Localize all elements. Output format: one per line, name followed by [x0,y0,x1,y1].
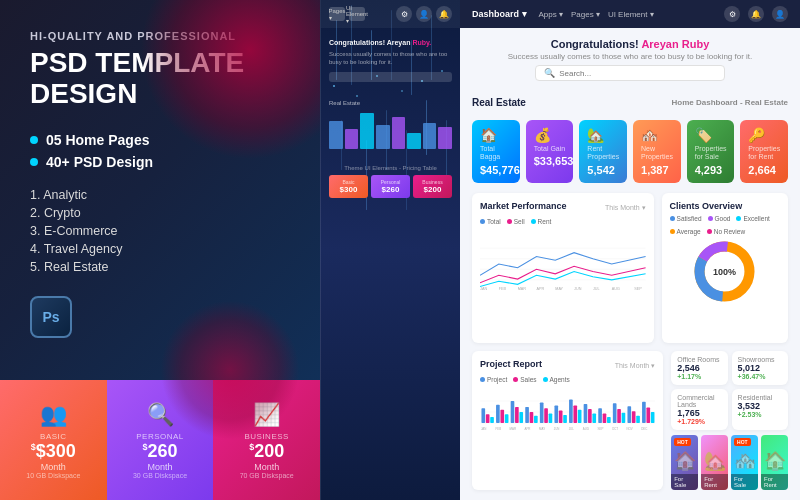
dashboard-avatar[interactable]: 👤 [772,6,788,22]
svg-rect-25 [500,410,504,423]
mini-card-unit-3: Month [254,462,279,472]
project-chart-sub[interactable]: This Month ▾ [615,362,656,370]
mini-card-business: 📈 Business $200 Month 70 GB Diskspace [213,380,320,500]
middle-chart-bars [329,109,452,149]
right-stats: Office Rooms 2,546 +1.17% Showrooms 5,01… [671,351,788,490]
bullet-text-2: 40+ PSD Design [46,154,153,170]
dashboard-brand[interactable]: Dashboard ▾ [472,9,527,19]
m-bar-8 [438,127,452,149]
middle-hero: Congratulations! Areyan Ruby. Success us… [321,28,460,94]
numbered-item-4: 4. Travel Agency [30,242,290,256]
svg-rect-55 [646,408,650,423]
svg-text:MAY: MAY [539,427,545,431]
dashboard-settings-icon[interactable]: ⚙ [724,6,740,22]
mini-card-icon-3: 📈 [253,402,280,428]
charts-row: Market Performance This Month ▾ Total Se… [472,193,788,343]
stat-card-1: 🏠 Total Bagga $45,776 [472,120,520,183]
svg-rect-54 [642,402,646,423]
clients-chart-title: Clients Overview [670,201,780,211]
property-img-1: 🏠 HOT For Sale [671,435,698,490]
pricing-card-business: Business $200 [413,175,452,198]
stat-icon-3: 🏡 [587,127,619,143]
middle-nav-ui[interactable]: UI Element ▾ [349,7,365,21]
mini-card-label-3: Business [244,432,288,441]
search-input[interactable] [559,69,716,78]
clients-legend: Satisfied Good Excellent Average [670,215,780,235]
theme-label: Theme UI Elements - Pricing Table [329,165,452,171]
m-bar-3 [360,113,374,149]
numbered-item-1: 1. Analytic [30,188,290,202]
house-icon-3: 🏘️ [734,449,756,471]
clients-overview-chart: Clients Overview Satisfied Good Excellen… [662,193,788,343]
bottom-property-images: 🏠 HOT For Sale 🏡 For Rent 🏘️ HOT For Sal… [671,435,788,490]
stat-icon-6: 🔑 [748,127,780,143]
legend-rent: Rent [531,218,552,225]
svg-rect-46 [603,413,607,422]
residential-stat: Residential 3,532 +2.53% [732,389,788,430]
left-panel: HI-QUALITY AND PROFESSIONAL PSD TEMPLATE… [0,0,320,500]
mini-card-sub-1: 10 GB Diskspace [26,472,80,479]
mini-card-label-2: Personal [136,432,184,441]
bullet-item-2: 40+ PSD Design [30,154,290,170]
dashboard-bell-icon[interactable]: 🔔 [748,6,764,22]
svg-text:JUN: JUN [554,427,560,431]
legend-total: Total [480,218,501,225]
svg-text:FEB: FEB [499,287,507,291]
svg-rect-26 [505,414,509,423]
showrooms-change: +36.47% [738,373,782,380]
theme-section: Theme UI Elements - Pricing Table Basic … [321,159,460,204]
middle-nav: Pages ▾ UI Element ▾ ⚙ 👤 🔔 [321,0,460,28]
project-legend: Project Sales Agents [480,376,655,383]
commercial-stat: Commercial Lands 1,765 +1.729% [671,389,727,430]
stat-card-4: 🏘️ New Properties 1,387 [633,120,681,183]
svg-text:JUL: JUL [593,287,600,291]
hot-badge-1: HOT [674,438,691,446]
residential-change: +2.53% [738,411,782,418]
svg-text:APR: APR [536,287,544,291]
bullet-section: 05 Home Pages 40+ PSD Design [30,132,290,170]
middle-nav-pages[interactable]: Pages ▾ [329,7,345,21]
numbered-item-5: 5. Real Estate [30,260,290,274]
svg-rect-36 [554,405,558,423]
house-icon-4: 🏠 [764,449,786,471]
svg-rect-41 [578,410,582,423]
svg-rect-23 [490,417,494,423]
hot-badge-3: HOT [734,438,751,446]
donut-chart-svg: 100% [692,239,757,304]
m-bar-5 [392,117,406,149]
mini-card-label-1: Basic [40,432,67,441]
bullet-item-1: 05 Home Pages [30,132,290,148]
stat-value-5: 4,293 [695,164,727,176]
middle-hero-title: Congratulations! Areyan Ruby. [329,38,452,47]
svg-text:APR: APR [524,427,530,431]
dashboard-nav-pages[interactable]: Pages ▾ [571,10,600,19]
svg-rect-47 [607,417,611,423]
svg-rect-51 [627,406,631,423]
market-chart-legend: Total Sell Rent [480,218,646,225]
middle-search-bar [329,72,452,82]
legend-agents: Agents [543,376,570,383]
m-bar-2 [345,129,359,149]
stat-icon-2: 💰 [534,127,566,143]
svg-rect-53 [636,416,640,423]
middle-hero-desc: Success usually comes to those who are t… [329,51,452,67]
house-icon-2: 🏡 [704,449,726,471]
m-bar-7 [423,123,437,149]
dashboard-nav-ui[interactable]: UI Element ▾ [608,10,654,19]
stat-label-2: Total Gain [534,145,566,153]
legend-good: Good [708,215,731,222]
dashboard-nav-apps[interactable]: Apps ▾ [539,10,563,19]
dashboard-search[interactable]: 🔍 [535,65,725,81]
svg-text:MAR: MAR [518,287,527,291]
middle-panel: Pages ▾ UI Element ▾ ⚙ 👤 🔔 Congratulatio… [320,0,460,500]
office-rooms-value: 2,546 [677,363,721,373]
svg-text:AUG: AUG [583,427,590,431]
svg-rect-32 [534,416,538,423]
preview-label-2: For Rent [701,474,728,490]
mini-card-value-2: $260 [142,441,177,462]
market-chart-sub[interactable]: This Month ▾ [605,204,646,212]
residential-label: Residential [738,394,782,401]
numbered-item-2: 2. Crypto [30,206,290,220]
svg-text:JAN: JAN [480,287,487,291]
commercial-label: Commercial Lands [677,394,721,408]
